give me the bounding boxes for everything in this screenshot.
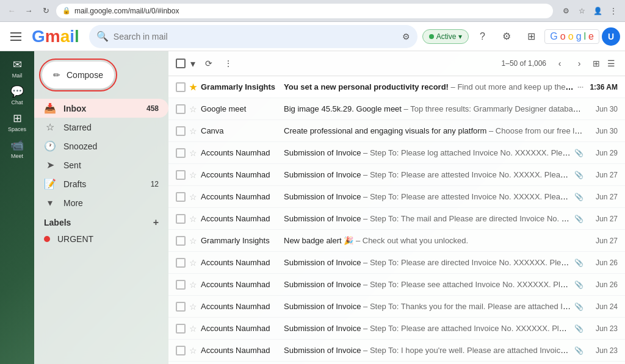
star-icon[interactable]: ☆ [189, 236, 197, 246]
strip-meet-button[interactable]: 📹 Meet [5, 137, 29, 161]
email-subject: You set a new personal productivity reco… [284, 82, 574, 91]
table-row[interactable]: ☆ Accounts Naumhad Submission of Invoice… [168, 186, 625, 208]
view-options-button[interactable]: ⊞ [590, 56, 602, 71]
inbox-count: 458 [146, 104, 159, 113]
table-row[interactable]: ☆ Accounts Naumhad Submission of Invoice… [168, 296, 625, 318]
email-date: Jun 23 [587, 346, 618, 355]
back-button[interactable]: ← [5, 4, 18, 18]
star-icon[interactable]: ☆ [189, 280, 197, 290]
email-subject: Submission of Invoice – Step To: Please … [284, 324, 571, 333]
table-row[interactable]: ☆ Accounts Naumhad Submission of Invoice… [168, 362, 625, 364]
email-subject: Big image 45.5k.29. Google meet – Top th… [284, 104, 583, 113]
row-checkbox[interactable] [176, 346, 186, 355]
bookmark-button[interactable]: ☆ [575, 4, 588, 18]
avatar[interactable]: U [602, 27, 620, 46]
address-bar[interactable]: 🔒 mail.google.com/mail/u/0/#inbox [56, 4, 553, 18]
strip-mail-label: Mail [12, 73, 23, 79]
sidebar-item-starred[interactable]: ☆ Starred [34, 118, 168, 137]
star-icon[interactable]: ☆ [189, 302, 197, 312]
strip-mail-button[interactable]: ✉ Mail [5, 56, 29, 80]
sender-name: Grammarly Insights [201, 236, 280, 245]
row-checkbox[interactable] [176, 148, 186, 158]
table-row[interactable]: ☆ Google meet Big image 45.5k.29. Google… [168, 98, 625, 120]
table-row[interactable]: ☆ Accounts Naumhad Submission of Invoice… [168, 252, 625, 274]
active-dot [429, 34, 434, 39]
strip-spaces-label: Spaces [8, 126, 26, 132]
table-row[interactable]: ☆ Accounts Naumhad Submission of Invoice… [168, 142, 625, 164]
row-icons: 📎 [574, 324, 583, 333]
sender-name: Accounts Naumhad [201, 346, 280, 355]
table-row[interactable]: ☆ Accounts Naumhad Submission of Invoice… [168, 274, 625, 296]
star-icon[interactable]: ☆ [189, 324, 197, 334]
row-icons: 📎 [574, 259, 583, 267]
table-row[interactable]: ☆ Accounts Naumhad Submission of Invoice… [168, 340, 625, 362]
search-input[interactable] [114, 32, 397, 41]
email-date: Jun 27 [587, 171, 618, 179]
row-checkbox[interactable] [176, 82, 186, 92]
help-button[interactable]: ? [471, 26, 493, 48]
active-status-badge[interactable]: Active ▾ [422, 29, 469, 44]
row-checkbox[interactable] [176, 170, 186, 180]
row-checkbox[interactable] [176, 302, 186, 312]
row-checkbox[interactable] [176, 324, 186, 334]
email-list: ★ Grammarly Insights You set a new perso… [168, 76, 625, 364]
row-checkbox[interactable] [176, 236, 186, 246]
reload-button[interactable]: ↻ [39, 4, 52, 18]
table-row[interactable]: ☆ Grammarly Insights New badge alert 🎉 –… [168, 230, 625, 252]
star-icon[interactable]: ☆ [189, 104, 197, 114]
sidebar-item-inbox[interactable]: 📥 Inbox 458 [34, 99, 168, 118]
row-checkbox[interactable] [176, 104, 186, 114]
select-all-checkbox[interactable] [176, 59, 186, 68]
filter-icon[interactable]: ⚙ [402, 32, 410, 41]
email-subject: Submission of Invoice – Step To: I hope … [284, 346, 571, 355]
more-options-button[interactable]: ⋮ [220, 55, 237, 72]
star-icon[interactable]: ☆ [189, 214, 197, 224]
mail-icon: ✉ [13, 58, 22, 71]
profile-button[interactable]: 👤 [591, 4, 604, 18]
row-checkbox[interactable] [176, 214, 186, 224]
row-checkbox[interactable] [176, 280, 186, 290]
forward-button[interactable]: → [22, 4, 35, 18]
hamburger-button[interactable] [5, 26, 27, 48]
sidebar-item-more[interactable]: ▾ More [34, 193, 168, 212]
drafts-label: Drafts [63, 179, 143, 189]
select-dropdown[interactable]: ▾ [188, 59, 198, 68]
compose-button[interactable]: ✏ Compose [42, 61, 115, 89]
table-row[interactable]: ☆ Accounts Naumhad Submission of Invoice… [168, 164, 625, 186]
sidebar-item-sent[interactable]: ➤ Sent [34, 155, 168, 174]
menu-button[interactable]: ⋮ [607, 4, 620, 18]
star-icon[interactable]: ★ [189, 82, 197, 92]
row-icons: 📎 [574, 215, 583, 223]
extensions-button[interactable]: ⚙ [559, 4, 573, 18]
refresh-button[interactable]: ⟳ [200, 55, 217, 72]
next-page-button[interactable]: › [571, 55, 588, 72]
table-row[interactable]: ★ Grammarly Insights You set a new perso… [168, 76, 625, 98]
star-icon[interactable]: ☆ [189, 346, 197, 355]
strip-chat-button[interactable]: 💬 Chat [5, 83, 29, 107]
table-row[interactable]: ☆ Accounts Naumhad Submission of Invoice… [168, 208, 625, 230]
search-bar[interactable]: 🔍 ⚙ [89, 25, 417, 48]
star-icon[interactable]: ☆ [189, 148, 197, 158]
sidebar-item-drafts[interactable]: 📝 Drafts 12 [34, 174, 168, 193]
star-icon[interactable]: ☆ [189, 126, 197, 136]
google-apps-button[interactable]: ⊞ [520, 26, 542, 48]
row-checkbox[interactable] [176, 126, 186, 136]
star-icon[interactable]: ☆ [189, 170, 197, 180]
star-icon[interactable]: ☆ [189, 192, 197, 202]
sender-name: Accounts Naumhad [201, 192, 280, 201]
table-row[interactable]: ☆ Accounts Naumhad Submission of Invoice… [168, 318, 625, 340]
label-urgent[interactable]: URGENT [34, 230, 168, 248]
icon-strip: ✉ Mail 💬 Chat ⊞ Spaces 📹 Meet [0, 51, 34, 364]
prev-page-button[interactable]: ‹ [551, 55, 568, 72]
settings-button[interactable]: ⚙ [496, 26, 518, 48]
density-button[interactable]: ☰ [605, 56, 618, 71]
row-checkbox[interactable] [176, 258, 186, 268]
star-icon[interactable]: ☆ [189, 258, 197, 268]
sidebar-item-snoozed[interactable]: 🕐 Snoozed [34, 137, 168, 155]
sender-name: Accounts Naumhad [201, 148, 280, 157]
table-row[interactable]: ☆ Canva Create professional and engaging… [168, 120, 625, 142]
labels-add-button[interactable]: + [153, 217, 159, 228]
strip-spaces-button[interactable]: ⊞ Spaces [5, 110, 29, 134]
active-label: Active [436, 32, 457, 41]
row-checkbox[interactable] [176, 192, 186, 202]
